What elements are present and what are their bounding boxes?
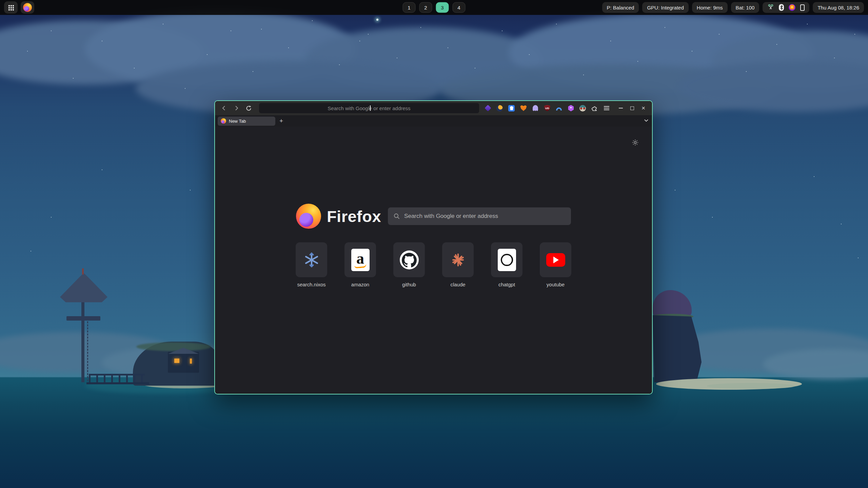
tab-new-tab[interactable]: New Tab xyxy=(218,117,275,126)
metamask-fox-extension-icon[interactable] xyxy=(520,105,527,111)
taskbar: 1 2 3 4 P: Balanced GPU: Integrated Home… xyxy=(0,0,868,15)
watchtower-pole xyxy=(81,300,84,382)
sandbar xyxy=(707,383,795,389)
phone-icon xyxy=(800,4,805,11)
openai-knot-icon xyxy=(498,249,516,271)
tab-strip: New Tab + xyxy=(215,115,652,127)
extensions-bar: UD * xyxy=(485,105,610,111)
gpu-status[interactable]: GPU: Integrated xyxy=(642,2,688,13)
firefox-favicon xyxy=(221,118,226,124)
latency-status[interactable]: Home: 9ms xyxy=(692,2,728,13)
bluetooth-icon xyxy=(779,4,784,11)
dock-rail xyxy=(89,374,145,375)
github-octocat-icon xyxy=(400,250,419,269)
firefox-taskbar-button[interactable] xyxy=(21,1,34,14)
minimize-icon xyxy=(619,108,623,108)
url-bar[interactable]: Search with Google or enter address xyxy=(259,103,479,113)
shortcuts-row: search.nixos a amazon xyxy=(296,242,572,287)
bright-star xyxy=(376,19,378,21)
open-new-tab-button[interactable]: + xyxy=(279,117,283,125)
hut-lit-window xyxy=(190,359,192,364)
extensions-puzzle-icon[interactable] xyxy=(591,105,598,111)
shortcut-chatgpt[interactable]: chatgpt xyxy=(491,242,523,287)
hamburger-icon xyxy=(604,108,609,108)
cliff-silhouette xyxy=(652,315,703,382)
back-button[interactable] xyxy=(219,103,229,113)
list-tabs-chevron-icon[interactable] xyxy=(643,117,649,125)
maximize-icon xyxy=(630,106,634,110)
claude-starburst-icon xyxy=(450,252,466,268)
newtab-search-placeholder: Search with Google or enter address xyxy=(404,213,498,220)
blue-arc-extension-icon[interactable] xyxy=(556,105,563,111)
maximize-button[interactable] xyxy=(630,106,634,110)
island-foliage xyxy=(136,342,211,351)
hut-silhouette xyxy=(168,352,199,373)
tab-title: New Tab xyxy=(229,119,246,124)
workspace-switcher: 1 2 3 4 xyxy=(403,2,466,13)
firefox-wordmark: Firefox xyxy=(327,207,381,226)
goggles-face-extension-icon[interactable] xyxy=(579,105,586,111)
close-button[interactable]: × xyxy=(642,105,645,111)
watchtower-ladder xyxy=(87,321,88,385)
watchtower-platform xyxy=(66,316,100,321)
youtube-play-icon xyxy=(546,253,565,267)
shortcut-youtube[interactable]: youtube xyxy=(540,242,572,287)
window-controls: × xyxy=(614,105,648,111)
nixos-snowflake-icon xyxy=(303,251,320,269)
red-shield-extension-icon[interactable]: UD xyxy=(544,105,551,111)
firefox-icon xyxy=(23,3,32,12)
scissors-icon xyxy=(767,4,774,12)
minimize-button[interactable] xyxy=(619,108,623,108)
blue-shield-lock-extension-icon[interactable] xyxy=(508,105,515,111)
system-tray[interactable] xyxy=(763,2,809,13)
shortcut-github[interactable]: github xyxy=(393,242,425,287)
newtab-search-input[interactable]: Search with Google or enter address xyxy=(388,207,571,225)
browser-toolbar: Search with Google or enter address UD * xyxy=(215,101,652,115)
personalize-gear-icon[interactable] xyxy=(631,139,639,148)
battery-status[interactable]: Bat: 100 xyxy=(731,2,760,13)
app-launcher-button[interactable] xyxy=(4,1,18,14)
text-caret xyxy=(370,105,371,111)
ghost-extension-icon[interactable] xyxy=(532,105,539,111)
hut-lit-window xyxy=(174,359,179,363)
reload-button[interactable] xyxy=(243,103,254,113)
dock-deck xyxy=(86,382,149,384)
firefox-logo xyxy=(296,204,321,229)
url-bar-placeholder: Search with Google or enter address xyxy=(328,105,410,111)
power-profile-status[interactable]: P: Balanced xyxy=(602,2,639,13)
close-icon: × xyxy=(642,104,645,111)
purple-diamond-extension-icon[interactable] xyxy=(485,105,491,111)
firefox-window: Search with Google or enter address UD * xyxy=(214,100,653,394)
menu-button[interactable] xyxy=(603,105,610,111)
amazon-icon: a xyxy=(351,249,370,271)
shortcut-search-nixos[interactable]: search.nixos xyxy=(296,242,328,287)
apps-grid-icon xyxy=(8,5,10,6)
workspace-2[interactable]: 2 xyxy=(419,2,432,13)
shortcut-amazon[interactable]: a amazon xyxy=(344,242,376,287)
purple-hexagon-extension-icon[interactable]: * xyxy=(568,105,574,111)
clock[interactable]: Thu Aug 08, 18:26 xyxy=(813,2,864,13)
watchtower-roof xyxy=(60,273,107,302)
flame-icon xyxy=(789,4,795,11)
workspace-4[interactable]: 4 xyxy=(453,2,466,13)
orange-swirl-extension-icon[interactable] xyxy=(496,105,503,111)
workspace-1[interactable]: 1 xyxy=(403,2,416,13)
forward-button[interactable] xyxy=(231,103,241,113)
search-icon xyxy=(393,213,400,220)
shortcut-claude[interactable]: claude xyxy=(442,242,474,287)
watchtower-spire xyxy=(82,268,84,274)
newtab-page: Firefox Search with Google or enter addr… xyxy=(215,127,652,394)
workspace-3-active[interactable]: 3 xyxy=(436,2,449,13)
